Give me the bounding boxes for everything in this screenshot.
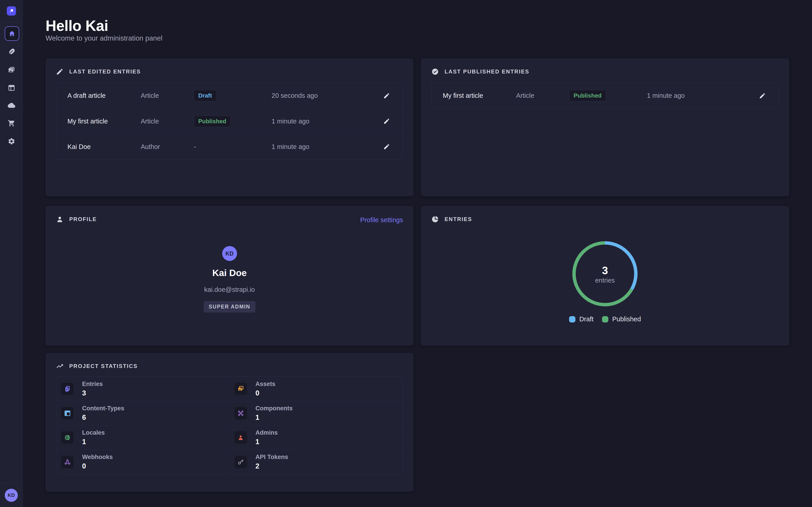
sidebar-item-settings[interactable] bbox=[6, 136, 16, 146]
entry-title: My first article bbox=[67, 118, 141, 125]
strapi-logo[interactable] bbox=[7, 6, 16, 15]
entry-time: 1 minute ago bbox=[271, 143, 382, 151]
entries-panel: ENTRIES 3 entries Draft Published bbox=[421, 206, 789, 346]
edit-entry-button[interactable] bbox=[382, 142, 392, 152]
stat-api-tokens: API Tokens 2 bbox=[230, 450, 403, 474]
stat-admins: Admins 1 bbox=[230, 426, 403, 450]
status-badge: Published bbox=[569, 90, 606, 101]
person-icon bbox=[56, 215, 64, 223]
legend-label: Published bbox=[612, 316, 641, 323]
last-edited-table: A draft article Article Draft 20 seconds… bbox=[56, 83, 403, 160]
media-image-icon bbox=[8, 66, 15, 74]
profile-title: PROFILE bbox=[69, 216, 97, 222]
stat-value: 0 bbox=[82, 462, 113, 470]
last-published-header: LAST PUBLISHED ENTRIES bbox=[431, 68, 529, 75]
entry-title: Kai Doe bbox=[67, 143, 141, 151]
sidebar-item-content-type-builder[interactable] bbox=[6, 83, 16, 93]
sidebar-item-home[interactable] bbox=[5, 26, 19, 41]
entry-title: My first article bbox=[443, 92, 516, 99]
page-subtitle: Welcome to your administration panel bbox=[46, 34, 162, 42]
pencil-icon bbox=[56, 68, 64, 75]
cart-icon bbox=[8, 119, 15, 127]
sidebar-item-deploy[interactable] bbox=[6, 101, 16, 111]
pencil-icon bbox=[383, 93, 390, 99]
sidebar-user-avatar[interactable]: KD bbox=[5, 489, 18, 502]
stat-value: 1 bbox=[256, 438, 278, 446]
avatar: KD bbox=[222, 246, 237, 261]
legend-item-published: Published bbox=[602, 316, 641, 323]
stat-label: Entries bbox=[82, 381, 103, 388]
sidebar-user-initials: KD bbox=[8, 492, 15, 498]
sidebar-item-media-library[interactable] bbox=[6, 65, 16, 75]
stat-webhooks: Webhooks 0 bbox=[56, 450, 230, 474]
sidebar-item-content-manager[interactable] bbox=[6, 47, 16, 57]
stat-value: 3 bbox=[82, 389, 103, 397]
webhook-icon bbox=[61, 456, 73, 468]
stats-title: PROJECT STATISTICS bbox=[69, 363, 138, 369]
stat-label: Assets bbox=[256, 381, 275, 388]
table-row[interactable]: Kai Doe Author - 1 minute ago bbox=[56, 134, 403, 159]
stat-label: Admins bbox=[256, 429, 278, 436]
check-circle-icon bbox=[431, 68, 439, 75]
table-row[interactable]: My first article Article Published 1 min… bbox=[432, 83, 779, 108]
entry-type: Article bbox=[141, 118, 194, 125]
entry-title: A draft article bbox=[67, 92, 141, 99]
entries-donut-chart: 3 entries bbox=[571, 240, 639, 307]
strapi-logo-icon bbox=[9, 8, 14, 13]
edit-entry-button[interactable] bbox=[382, 91, 392, 101]
stat-assets: Assets 0 bbox=[230, 377, 403, 401]
legend-swatch-published bbox=[602, 316, 608, 323]
stats-header: PROJECT STATISTICS bbox=[56, 362, 138, 370]
sidebar-item-marketplace[interactable] bbox=[6, 118, 16, 128]
legend-swatch-draft bbox=[569, 316, 575, 323]
legend-item-draft: Draft bbox=[569, 316, 594, 323]
layout-icon bbox=[61, 407, 73, 419]
page-title: Hello Kai bbox=[46, 17, 108, 34]
stat-content-types: Content-Types 6 bbox=[56, 401, 230, 426]
stat-label: Content-Types bbox=[82, 405, 124, 412]
stat-value: 0 bbox=[256, 389, 275, 397]
stat-label: Webhooks bbox=[82, 454, 113, 461]
table-row[interactable]: My first article Article Published 1 min… bbox=[56, 108, 403, 134]
person-icon bbox=[235, 431, 247, 444]
profile-email: kai.doe@strapi.io bbox=[204, 286, 255, 293]
table-row[interactable]: A draft article Article Draft 20 seconds… bbox=[56, 83, 403, 108]
profile-settings-link[interactable]: Profile settings bbox=[360, 216, 403, 224]
pencil-icon bbox=[383, 143, 390, 150]
globe-icon bbox=[61, 431, 73, 444]
profile-name: Kai Doe bbox=[212, 268, 247, 278]
entry-type: Article bbox=[516, 92, 569, 99]
last-published-table: My first article Article Published 1 min… bbox=[431, 83, 779, 109]
entries-header: ENTRIES bbox=[431, 215, 472, 223]
stat-label: Components bbox=[256, 405, 293, 412]
last-edited-entries-panel: LAST EDITED ENTRIES A draft article Arti… bbox=[46, 58, 413, 196]
donut-legend: Draft Published bbox=[421, 316, 789, 323]
donut-total-label: entries bbox=[571, 277, 639, 284]
layout-builder-icon bbox=[8, 84, 15, 92]
nodes-icon bbox=[235, 407, 247, 419]
profile-body: KD Kai Doe kai.doe@strapi.io SUPER ADMIN bbox=[46, 246, 413, 313]
donut-total: 3 bbox=[571, 264, 639, 277]
home-icon bbox=[8, 30, 15, 37]
pencil-icon bbox=[383, 118, 390, 125]
stats-grid: Entries 3 Assets 0 bbox=[56, 377, 403, 474]
entry-type: Author bbox=[141, 143, 194, 151]
edit-entry-button[interactable] bbox=[382, 116, 392, 126]
entries-title: ENTRIES bbox=[445, 216, 472, 222]
gear-icon bbox=[8, 137, 15, 145]
feather-icon bbox=[8, 48, 15, 56]
stat-components: Components 1 bbox=[230, 401, 403, 426]
key-icon bbox=[235, 456, 247, 468]
stat-entries: Entries 3 bbox=[56, 377, 230, 401]
profile-header: PROFILE bbox=[56, 215, 97, 223]
edit-entry-button[interactable] bbox=[757, 91, 767, 101]
status-empty: - bbox=[194, 143, 271, 151]
entry-type: Article bbox=[141, 92, 194, 99]
legend-label: Draft bbox=[579, 316, 594, 323]
stat-value: 1 bbox=[256, 413, 293, 421]
status-badge: Draft bbox=[194, 90, 216, 101]
avatar-initials: KD bbox=[225, 250, 234, 257]
last-published-title: LAST PUBLISHED ENTRIES bbox=[445, 68, 529, 75]
stat-locales: Locales 1 bbox=[56, 426, 230, 450]
pictures-icon bbox=[235, 383, 247, 395]
